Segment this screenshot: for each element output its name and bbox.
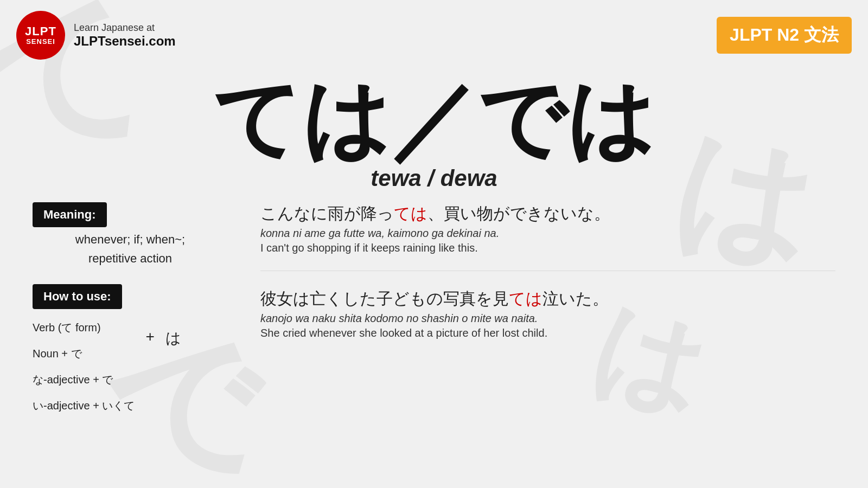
logo-circle: JLPT SENSEI [16,11,65,60]
example-block-2: 彼女は亡くした子どもの写真を見ては泣いた。 kanojo wa naku shi… [260,287,835,339]
usage-item-2: Noun + で [33,343,135,364]
meaning-line1: whenever; if; when~; [75,233,185,246]
site-name: JLPTsensei.com [74,34,176,49]
example-1-romaji: konna ni ame ga futte wa, kaimono ga dek… [260,227,835,240]
how-to-use-label: How to use: [33,284,122,309]
example-2-highlight: ては [509,290,542,307]
example-block-1: こんなに雨が降っては、買い物ができないな。 konna ni ame ga fu… [260,202,835,254]
example-2-romaji: kanojo wa naku shita kodomo no shashin o… [260,312,835,325]
logo-jlpt-text: JLPT [25,25,56,37]
example-1-highlight: ては [394,204,427,222]
usage-item-1: Verb (て form) [33,317,135,338]
jlpt-badge: JLPT N2 文法 [717,17,852,54]
meaning-line2: repetitive action [88,252,172,265]
how-to-use-section: How to use: Verb (て form) Noun + で な-adj… [33,284,228,416]
left-column: Meaning: whenever; if; when~; repetitive… [33,202,228,472]
right-column: こんなに雨が降っては、買い物ができないな。 konna ni ame ga fu… [250,202,835,472]
header: JLPT SENSEI Learn Japanese at JLPTsensei… [0,0,868,70]
main-japanese-title: ては／では [0,76,868,163]
title-section: ては／では tewa / dewa [0,70,868,191]
usage-items: Verb (て form) Noun + で な-adjective + で い… [33,312,135,416]
usage-plus: + [145,312,154,345]
logo-sensei-text: SENSEI [26,37,55,46]
usage-formula: Verb (て form) Noun + で な-adjective + で い… [33,312,228,416]
example-1-before: こんなに雨が降っ [260,204,394,222]
example-2-english: She cried whenever she looked at a pictu… [260,327,835,339]
usage-item-3: な-adjective + で [33,369,135,390]
logo-area: JLPT SENSEI Learn Japanese at JLPTsensei… [16,11,176,60]
example-2-after: 泣いた。 [542,290,609,307]
example-1-english: I can't go shopping if it keeps raining … [260,242,835,254]
meaning-text: whenever; if; when~; repetitive action [33,230,228,268]
main-romaji-title: tewa / dewa [0,165,868,191]
meaning-label: Meaning: [33,202,107,227]
learn-label: Learn Japanese at [74,22,176,34]
example-2-before: 彼女は亡くした子どもの写真を見 [260,290,509,307]
page: JLPT SENSEI Learn Japanese at JLPTsensei… [0,0,868,488]
divider [260,271,835,271]
example-2-japanese: 彼女は亡くした子どもの写真を見ては泣いた。 [260,287,835,310]
usage-item-4: い-adjective + いくて [33,395,135,416]
meaning-section: Meaning: whenever; if; when~; repetitive… [33,202,228,268]
usage-wa: は [165,312,181,349]
logo-text-area: Learn Japanese at JLPTsensei.com [74,22,176,49]
content-area: Meaning: whenever; if; when~; repetitive… [0,191,868,488]
example-1-japanese: こんなに雨が降っては、買い物ができないな。 [260,202,835,225]
example-1-after: 、買い物ができないな。 [427,204,610,222]
